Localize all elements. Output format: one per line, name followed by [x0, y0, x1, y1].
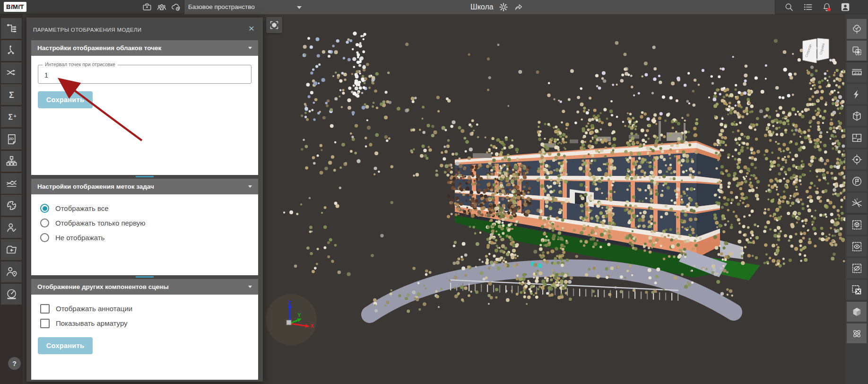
structure-scheme-icon	[5, 155, 18, 167]
box-visibility-button[interactable]	[847, 215, 867, 235]
save-button-other-components[interactable]: Сохранить	[38, 337, 93, 354]
plugins-button[interactable]	[1, 195, 22, 216]
section-header-other-components[interactable]: Отображение других компонентов сцены	[31, 279, 258, 295]
hide-eye-button[interactable]	[847, 258, 867, 278]
user-profile-icon[interactable]	[840, 2, 851, 12]
measure-ruler-button[interactable]	[847, 62, 867, 82]
collapse-caret-icon	[248, 47, 252, 49]
svg-text:2: 2	[856, 198, 858, 201]
notifications-bell-icon	[822, 2, 832, 12]
section-cube-icon	[851, 110, 863, 122]
geometry-nodes-icon	[5, 44, 18, 57]
settings-gear-icon	[498, 2, 509, 12]
search-icon	[784, 2, 794, 12]
resize-dash[interactable]	[136, 276, 154, 278]
clear-selection-x-button[interactable]	[847, 280, 867, 300]
selection-focus-button[interactable]	[847, 41, 867, 61]
svg-text:Σ: Σ	[9, 90, 14, 100]
box-visibility-icon	[851, 219, 863, 231]
app-logo[interactable]: BiMiT	[4, 2, 26, 12]
point-interval-input[interactable]	[38, 65, 251, 83]
radio-show-none[interactable]: Не отображать	[31, 230, 258, 245]
clash-flash-button[interactable]	[847, 84, 867, 104]
user-location-button[interactable]	[1, 262, 22, 282]
point-cloud-icon	[851, 23, 863, 35]
checkbox-show-annotations[interactable]: Отображать аннотации	[31, 295, 258, 316]
point-cloud-button[interactable]	[847, 19, 867, 39]
structure-scheme-button[interactable]	[1, 151, 22, 172]
model-display-panel: ПАРАМЕТРЫ ОТОБРАЖЕНИЯ МОДЕЛИ × Настройки…	[26, 17, 263, 382]
radio-show-first-only[interactable]: Отображать только первую	[31, 216, 258, 230]
close-icon[interactable]: ×	[246, 23, 257, 34]
section-other-components: Отображение других компонентов сцены Ото…	[31, 279, 258, 380]
charts-button[interactable]	[1, 173, 22, 194]
share-icon	[513, 2, 524, 12]
save-button-point-clouds[interactable]: Сохранить	[38, 91, 93, 108]
compare-shuffle-icon	[5, 66, 18, 79]
checkbox	[40, 304, 50, 314]
section-cube-button[interactable]	[847, 106, 867, 126]
drawings-2d-button[interactable]: 2D	[1, 129, 22, 149]
cloud-status-icon	[171, 2, 181, 12]
dashboard-gauge-button[interactable]	[1, 284, 22, 305]
model-tree-button[interactable]	[1, 18, 22, 39]
user-tasks-button[interactable]	[1, 217, 22, 238]
compare-shuffle-button[interactable]	[1, 62, 22, 83]
hide-eye-icon	[851, 262, 863, 274]
checkbox-show-rebar[interactable]: Показывать арматуру	[31, 316, 258, 331]
user-profile-icon	[840, 2, 851, 12]
section-header-point-clouds[interactable]: Настройки отображения облаков точек	[31, 40, 258, 56]
solid-view-cube-icon	[851, 306, 863, 318]
collapse-caret-icon	[248, 286, 252, 288]
sum-add-icon: Σ+	[5, 111, 18, 123]
resize-dash[interactable]	[136, 176, 154, 177]
orbit-mode-button[interactable]	[847, 323, 867, 343]
settings-gear-icon[interactable]	[498, 2, 509, 12]
share-icon[interactable]	[513, 2, 524, 12]
app-logo-text: BiMiT	[6, 3, 24, 10]
collapse-caret-icon	[248, 185, 252, 188]
project-title: Школа	[470, 0, 494, 14]
svg-text:2D: 2D	[9, 137, 13, 141]
solid-view-cube-button[interactable]	[847, 302, 867, 322]
sum-total-button[interactable]: Σ	[1, 84, 22, 105]
point-interval-field: Интервал точек при отрисовке	[38, 65, 252, 84]
flag-marker-button[interactable]	[847, 171, 867, 191]
panel-header: ПАРАМЕТРЫ ОТОБРАЖЕНИЯ МОДЕЛИ ×	[26, 17, 263, 40]
sum-add-button[interactable]: Σ+	[1, 106, 22, 127]
floor-plan-icon	[851, 132, 863, 144]
svg-text:Σ: Σ	[8, 113, 12, 121]
team-icon[interactable]	[156, 2, 167, 12]
axis-lines-button[interactable]: 12	[847, 193, 867, 213]
user-tasks-icon	[5, 221, 18, 234]
show-eye-button[interactable]	[847, 236, 867, 256]
checkbox	[40, 319, 50, 328]
radio-show-all[interactable]: Отображать все	[31, 194, 258, 216]
floor-plan-button[interactable]	[847, 128, 867, 148]
orbit-mode-icon	[851, 328, 863, 340]
menu-list-icon[interactable]	[803, 2, 813, 12]
export-folder-button[interactable]	[1, 239, 22, 260]
help-button[interactable]: ?	[8, 357, 21, 370]
focus-hexagon-icon	[269, 19, 280, 31]
svg-text:Z: Z	[288, 300, 292, 305]
cloud-status-icon[interactable]	[171, 2, 181, 12]
charts-icon	[5, 177, 18, 190]
user-location-icon	[5, 265, 18, 278]
plugins-icon	[5, 199, 18, 212]
drawings-2d-icon: 2D	[5, 133, 18, 146]
frame-selection-button[interactable]	[266, 17, 282, 33]
geometry-nodes-button[interactable]	[1, 40, 22, 61]
locate-target-icon	[851, 154, 863, 166]
workspace-selector[interactable]: Базовое пространство	[188, 0, 255, 14]
section-header-task-labels[interactable]: Настройки отображения меток задач	[31, 179, 258, 194]
svg-text:+: +	[13, 113, 16, 118]
team-icon	[156, 2, 167, 12]
locate-target-button[interactable]	[847, 149, 867, 169]
notifications-bell-icon[interactable]	[822, 2, 832, 12]
briefcase-icon[interactable]	[142, 2, 152, 12]
chevron-down-icon[interactable]	[297, 6, 302, 9]
search-icon[interactable]	[784, 2, 794, 12]
logo-dot	[12, 5, 13, 6]
panel-title: ПАРАМЕТРЫ ОТОБРАЖЕНИЯ МОДЕЛИ	[33, 27, 141, 33]
